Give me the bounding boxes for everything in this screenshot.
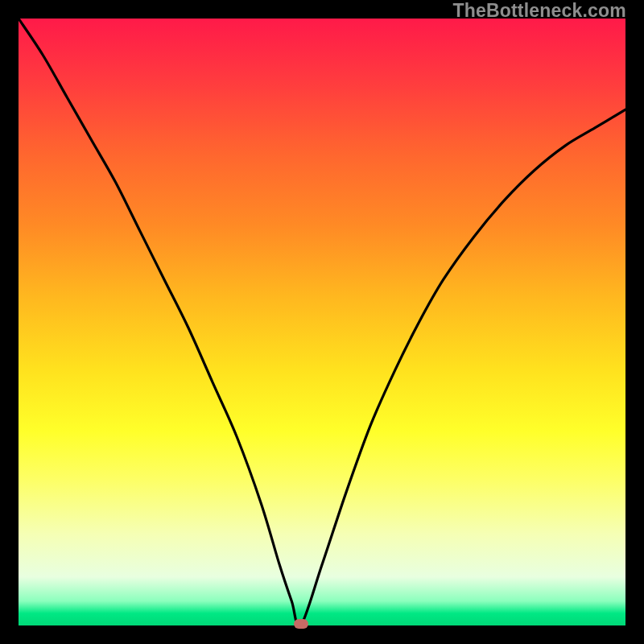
min-point-marker	[294, 619, 308, 629]
watermark-text: TheBottleneck.com	[452, 0, 626, 22]
chart-frame: TheBottleneck.com	[0, 0, 644, 644]
bottleneck-curve	[19, 19, 625, 625]
